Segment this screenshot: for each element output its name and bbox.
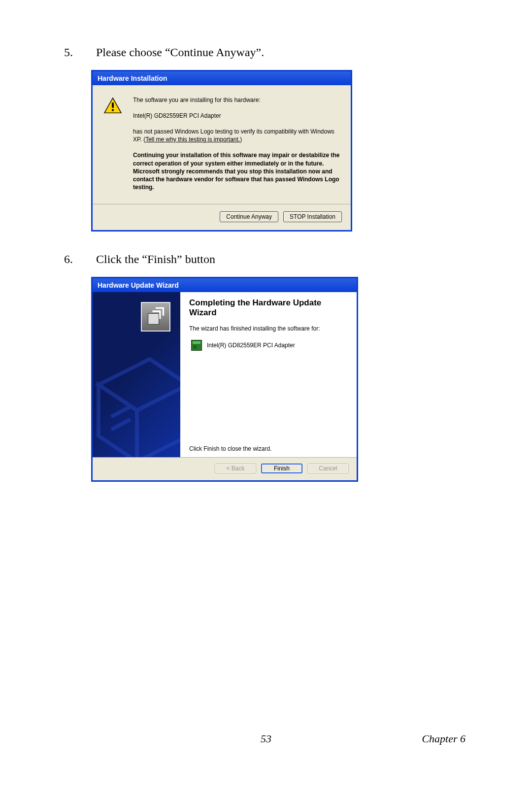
hardware-update-wizard-dialog: Hardware Update Wizard [91,277,358,482]
wizard-description: The wizard has finished installing the s… [189,325,347,332]
back-button: < Back [215,464,256,473]
step-5: 5. Please choose “Continue Anyway”. [64,44,468,61]
svg-marker-5 [137,385,180,457]
step-6-text: Click the “Finish” button [96,251,468,268]
continue-anyway-button[interactable]: Continue Anyway [220,211,278,222]
why-testing-link[interactable]: Tell me why this testing is important. [145,136,240,143]
step-5-text: Please choose “Continue Anyway”. [96,44,468,61]
hardware-installation-dialog: Hardware Installation The software you a… [91,70,352,232]
dialog-body-text: The software you are installing for this… [133,96,340,199]
wizard-close-hint: Click Finish to close the wizard. [189,445,347,452]
stop-installation-button[interactable]: STOP Installation [283,211,342,222]
cancel-button: Cancel [307,464,349,473]
svg-line-6 [111,406,131,417]
page-footer: 53 Chapter 6 [0,732,532,745]
finish-button[interactable]: Finish [261,464,302,473]
wizard-device-name: Intel(R) GD82559ER PCI Adapter [207,342,295,349]
wizard-small-icon [141,302,170,332]
chapter-label: Chapter 6 [422,732,466,745]
wizard-side-graphic [93,292,180,457]
wizard-heading: Completing the Hardware Update Wizard [189,298,347,318]
svg-rect-2 [112,109,114,111]
step-6: 6. Click the “Finish” button [64,251,468,268]
network-adapter-icon [191,340,202,351]
install-line1: The software you are installing for this… [133,96,340,104]
wizard-title: Hardware Update Wizard [93,278,357,292]
warning-icon [103,97,122,114]
install-device: Intel(R) GD82559ER PCI Adapter [133,112,340,120]
svg-rect-8 [148,313,159,324]
wizard-device-row: Intel(R) GD82559ER PCI Adapter [191,340,347,351]
svg-line-7 [111,419,131,430]
page-number: 53 [261,732,271,745]
step-5-number: 5. [64,44,96,61]
dialog-title: Hardware Installation [93,71,351,85]
svg-rect-1 [112,102,114,107]
install-logo-test: has not passed Windows Logo testing to v… [133,128,340,143]
install-warning-bold: Continuing your installation of this sof… [133,151,340,191]
svg-marker-3 [99,359,180,410]
step-6-number: 6. [64,251,96,268]
